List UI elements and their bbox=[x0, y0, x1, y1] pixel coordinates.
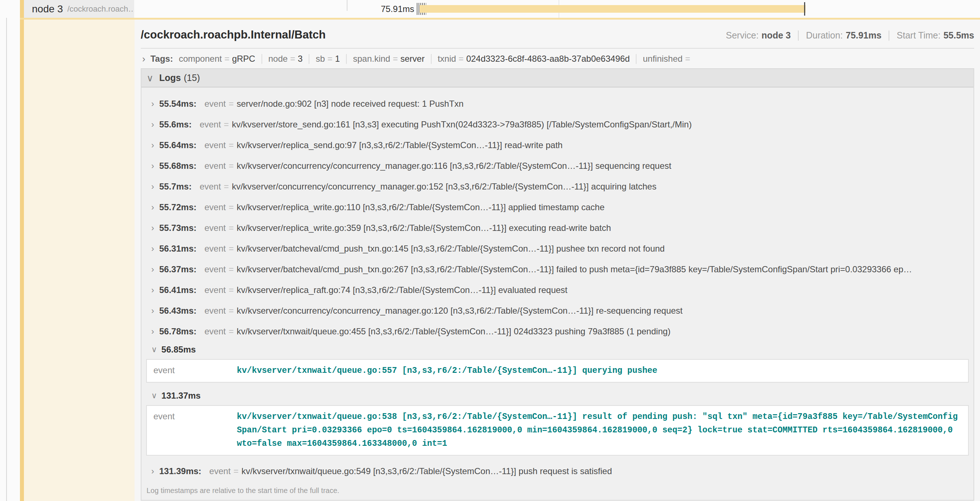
logs-title: Logs bbox=[159, 73, 181, 83]
tag-unfinished: unfinished = bbox=[643, 54, 692, 64]
logs-count: (15) bbox=[184, 73, 200, 83]
log-field-value: server/node.go:902 [n3] node received re… bbox=[237, 99, 463, 109]
tag-value: 3 bbox=[298, 54, 302, 64]
log-timestamp: 55.68ms: bbox=[159, 161, 197, 171]
log-field-value: kv/kvserver/txnwait/queue.go:538 [n3,s3,… bbox=[237, 410, 961, 450]
chevron-right-icon[interactable]: › bbox=[151, 265, 154, 274]
log-row[interactable]: › 55.7ms: event = kv/kvserver/concurrenc… bbox=[142, 176, 974, 197]
chevron-right-icon[interactable]: › bbox=[151, 120, 154, 129]
log-field-value: kv/kvserver/txnwait/queue.go:455 [n3,s3,… bbox=[237, 326, 670, 337]
service-value: node 3 bbox=[762, 30, 791, 41]
tag-key: span.kind bbox=[353, 54, 390, 64]
log-row-expanded-toggle[interactable]: ∨ 56.85ms bbox=[142, 341, 974, 357]
tag-divider bbox=[261, 54, 262, 64]
log-timestamp: 55.6ms: bbox=[159, 120, 191, 129]
chevron-right-icon[interactable]: › bbox=[151, 223, 154, 232]
logs-accordion-toggle[interactable]: ∨ Logs (15) bbox=[142, 69, 974, 88]
equals-sign: = bbox=[229, 264, 234, 274]
log-field-key: event bbox=[205, 285, 226, 295]
span-detail-panel: /cockroach.roachpb.Internal/Batch Servic… bbox=[135, 19, 980, 501]
log-row[interactable]: › 55.68ms: event = kv/kvserver/concurren… bbox=[142, 155, 974, 176]
span-row[interactable]: node 3 /cockroach.roach… 75.91ms bbox=[0, 0, 980, 18]
log-timestamp: 131.39ms: bbox=[159, 466, 201, 476]
equals-sign: = bbox=[229, 140, 234, 150]
log-keyvalue-table: event kv/kvserver/txnwait/queue.go:538 [… bbox=[146, 405, 969, 456]
log-row[interactable]: › 56.37ms: event = kv/kvserver/batcheval… bbox=[142, 259, 974, 279]
chevron-right-icon[interactable]: › bbox=[151, 327, 154, 336]
chevron-right-icon[interactable]: › bbox=[142, 54, 145, 64]
log-field-key: event bbox=[209, 466, 231, 476]
tags-accordion-toggle[interactable]: › Tags: component = gRPC node = 3 sb = 1… bbox=[142, 54, 974, 64]
tag-sb: sb = 1 bbox=[315, 54, 340, 64]
tag-key: txnid bbox=[438, 54, 456, 64]
log-row[interactable]: › 55.54ms: event = server/node.go:902 [n… bbox=[142, 93, 974, 114]
log-row[interactable]: › 131.39ms: event = kv/kvserver/txnwait/… bbox=[142, 461, 974, 482]
log-row[interactable]: › 56.31ms: event = kv/kvserver/batcheval… bbox=[142, 238, 974, 259]
logs-accordion: ∨ Logs (15) › 55.54ms: event = server/no… bbox=[141, 68, 974, 501]
chevron-down-icon[interactable]: ∨ bbox=[146, 73, 153, 83]
log-field-value: kv/kvserver/txnwait/queue.go:557 [n3,s3,… bbox=[237, 364, 657, 378]
span-service-name: node 3 bbox=[32, 3, 63, 15]
tag-value: 1 bbox=[335, 54, 340, 64]
column-resizer[interactable] bbox=[347, 0, 347, 11]
log-timestamp: 56.43ms: bbox=[159, 306, 197, 316]
log-row[interactable]: › 55.73ms: event = kv/kvserver/replica_w… bbox=[142, 217, 974, 238]
chevron-right-icon[interactable]: › bbox=[151, 99, 154, 108]
log-row[interactable]: › 55.72ms: event = kv/kvserver/replica_w… bbox=[142, 197, 974, 217]
tag-divider bbox=[346, 54, 347, 64]
meta-divider bbox=[889, 30, 889, 41]
span-duration-label: 75.91ms bbox=[363, 0, 414, 18]
log-row[interactable]: › 55.6ms: event = kv/kvserver/store_send… bbox=[142, 114, 974, 135]
chevron-right-icon[interactable]: › bbox=[151, 203, 154, 212]
log-field-value: kv/kvserver/replica_send.go:97 [n3,s3,r6… bbox=[237, 140, 563, 150]
log-field-value: kv/kvserver/store_send.go:161 [n3,s3] ex… bbox=[232, 120, 692, 129]
chevron-right-icon[interactable]: › bbox=[151, 244, 154, 253]
span-operation-name: /cockroach.roach… bbox=[67, 4, 134, 14]
log-field-key: event bbox=[199, 182, 221, 192]
log-timestamp: 55.54ms: bbox=[159, 99, 197, 109]
log-timestamp: 56.37ms: bbox=[159, 264, 197, 274]
chevron-right-icon[interactable]: › bbox=[151, 467, 154, 475]
log-timestamp: 55.73ms: bbox=[159, 223, 197, 233]
log-timestamp: 55.64ms: bbox=[159, 140, 197, 150]
log-row[interactable]: › 56.78ms: event = kv/kvserver/txnwait/q… bbox=[142, 321, 974, 341]
log-field-value: kv/kvserver/concurrency/concurrency_mana… bbox=[232, 182, 657, 192]
log-row[interactable]: › 56.41ms: event = kv/kvserver/replica_r… bbox=[142, 279, 974, 300]
chevron-right-icon[interactable]: › bbox=[151, 141, 154, 150]
tag-value: 024d3323-6c8f-4863-aa8b-37ab0e63496d bbox=[466, 54, 630, 64]
equals-sign: = bbox=[229, 161, 234, 171]
chevron-down-icon[interactable]: ∨ bbox=[151, 346, 157, 354]
equals-sign: = bbox=[229, 223, 234, 233]
chevron-right-icon[interactable]: › bbox=[151, 182, 154, 191]
log-row[interactable]: › 56.43ms: event = kv/kvserver/concurren… bbox=[142, 300, 974, 321]
log-row[interactable]: › 55.64ms: event = kv/kvserver/replica_s… bbox=[142, 135, 974, 155]
span-duration-bar[interactable] bbox=[420, 5, 805, 13]
tag-txnid: txnid = 024d3323-6c8f-4863-aa8b-37ab0e63… bbox=[438, 54, 630, 64]
start-time-label: Start Time: bbox=[897, 30, 940, 41]
start-time-value: 55.5ms bbox=[943, 30, 974, 41]
span-color-accent-bar bbox=[20, 18, 24, 501]
equals-sign: = bbox=[229, 202, 234, 212]
log-field-key: event bbox=[205, 140, 226, 150]
logs-list: › 55.54ms: event = server/node.go:902 [n… bbox=[142, 88, 974, 500]
log-field-key: event bbox=[153, 410, 237, 450]
chevron-right-icon[interactable]: › bbox=[151, 286, 154, 294]
span-detail-meta: Service: node 3 Duration: 75.91ms Start … bbox=[726, 30, 974, 41]
log-field-value: kv/kvserver/batcheval/cmd_push_txn.go:26… bbox=[237, 264, 912, 274]
log-row-expanded-toggle[interactable]: ∨ 131.37ms bbox=[142, 388, 974, 404]
log-field-value: kv/kvserver/replica_write.go:110 [n3,s3,… bbox=[237, 202, 604, 212]
chevron-right-icon[interactable]: › bbox=[151, 306, 154, 315]
log-field-key: event bbox=[205, 223, 226, 233]
log-timestamp: 56.41ms: bbox=[159, 285, 197, 295]
log-field-key: event bbox=[205, 326, 226, 337]
chevron-down-icon[interactable]: ∨ bbox=[151, 392, 157, 400]
log-marker-tick-end[interactable] bbox=[804, 2, 805, 16]
equals-sign: = bbox=[229, 326, 234, 337]
tag-key: component bbox=[179, 54, 222, 64]
chevron-right-icon[interactable]: › bbox=[151, 161, 154, 170]
log-field-key: event bbox=[199, 120, 221, 129]
tag-node: node = 3 bbox=[268, 54, 303, 64]
equals-sign: = bbox=[458, 54, 463, 64]
log-timestamp: 55.72ms: bbox=[159, 202, 197, 212]
span-name-cell[interactable]: node 3 /cockroach.roach… bbox=[20, 0, 134, 18]
